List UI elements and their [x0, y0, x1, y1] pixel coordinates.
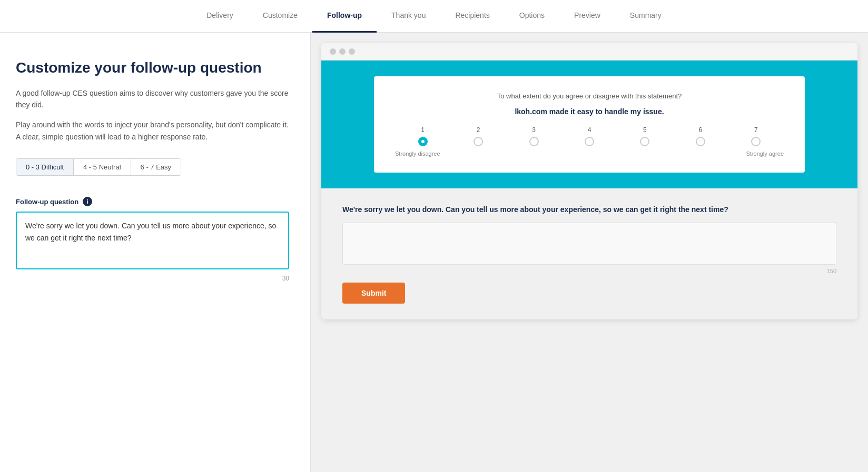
- rating-num-6: 6: [698, 126, 702, 134]
- rating-col-2: 2: [450, 126, 506, 146]
- rating-num-2: 2: [477, 126, 480, 134]
- nav-item-thankyou[interactable]: Thank you: [377, 0, 440, 33]
- nav-item-recipients[interactable]: Recipients: [440, 0, 504, 33]
- nav-item-delivery[interactable]: Delivery: [192, 0, 248, 33]
- radio-1[interactable]: [418, 137, 428, 146]
- browser-dot-3: [349, 48, 355, 55]
- main-layout: Customize your follow-up question A good…: [0, 33, 868, 472]
- rating-col-4: 4: [561, 126, 617, 146]
- browser-dot-1: [330, 48, 336, 55]
- nav-item-customize[interactable]: Customize: [248, 0, 312, 33]
- followup-textarea[interactable]: We're sorry we let you down. Can you tel…: [16, 212, 289, 269]
- rating-scale: 1 2 3 4: [395, 126, 784, 146]
- browser-dot-2: [339, 48, 346, 55]
- nav-items: Delivery Customize Follow-up Thank you R…: [192, 0, 676, 33]
- survey-statement: lkoh.com made it easy to handle my issue…: [395, 107, 784, 116]
- info-icon[interactable]: i: [83, 197, 92, 206]
- nav-item-preview[interactable]: Preview: [559, 0, 615, 33]
- score-btn-neutral[interactable]: 4 - 5 Neutral: [74, 159, 131, 175]
- left-panel: Customize your follow-up question A good…: [0, 33, 311, 472]
- preview-lower: We're sorry we let you down. Can you tel…: [321, 188, 857, 319]
- browser-mock: To what extent do you agree or disagree …: [321, 43, 857, 319]
- rating-labels: Strongly disagree Strongly agree: [395, 150, 784, 157]
- rating-col-3: 3: [506, 126, 561, 146]
- rating-num-4: 4: [588, 126, 591, 134]
- followup-preview-question: We're sorry we let you down. Can you tel…: [342, 204, 836, 215]
- radio-4[interactable]: [585, 137, 594, 146]
- followup-label-container: Follow-up question i: [16, 197, 289, 206]
- rating-col-6: 6: [673, 126, 728, 146]
- followup-label-text: Follow-up question: [16, 198, 78, 206]
- rating-num-5: 5: [643, 126, 647, 134]
- rating-col-1: 1: [395, 126, 450, 146]
- rating-num-7: 7: [754, 126, 758, 134]
- right-panel: To what extent do you agree or disagree …: [311, 33, 868, 472]
- score-btn-easy[interactable]: 6 - 7 Easy: [131, 159, 181, 175]
- survey-card: To what extent do you agree or disagree …: [374, 76, 805, 173]
- textarea-char-count: 150: [342, 268, 836, 274]
- radio-5[interactable]: [640, 137, 649, 146]
- rating-col-7: 7: [728, 126, 784, 146]
- rating-num-1: 1: [421, 126, 425, 134]
- radio-3[interactable]: [529, 137, 539, 146]
- rating-num-3: 3: [532, 126, 536, 134]
- followup-textarea-preview[interactable]: [342, 223, 836, 265]
- score-filter: 0 - 3 Difficult 4 - 5 Neutral 6 - 7 Easy: [16, 158, 181, 176]
- nav-item-summary[interactable]: Summary: [615, 0, 676, 33]
- page-heading: Customize your follow-up question: [16, 59, 289, 77]
- radio-6[interactable]: [696, 137, 705, 146]
- score-btn-difficult[interactable]: 0 - 3 Difficult: [16, 159, 74, 175]
- teal-banner: To what extent do you agree or disagree …: [321, 61, 857, 188]
- rating-col-5: 5: [617, 126, 673, 146]
- radio-2[interactable]: [474, 137, 483, 146]
- desc-1: A good follow-up CES question aims to di…: [16, 87, 289, 111]
- browser-bar: [321, 43, 857, 61]
- nav-item-options[interactable]: Options: [505, 0, 559, 33]
- char-count: 30: [16, 275, 289, 282]
- top-nav: Delivery Customize Follow-up Thank you R…: [0, 0, 868, 33]
- label-strongly-agree: Strongly agree: [746, 150, 784, 157]
- nav-item-followup[interactable]: Follow-up: [312, 0, 377, 33]
- label-strongly-disagree: Strongly disagree: [395, 150, 440, 157]
- radio-7[interactable]: [751, 137, 761, 146]
- survey-question-text: To what extent do you agree or disagree …: [395, 92, 784, 100]
- desc-2: Play around with the words to inject you…: [16, 119, 289, 143]
- submit-button[interactable]: Submit: [342, 283, 405, 304]
